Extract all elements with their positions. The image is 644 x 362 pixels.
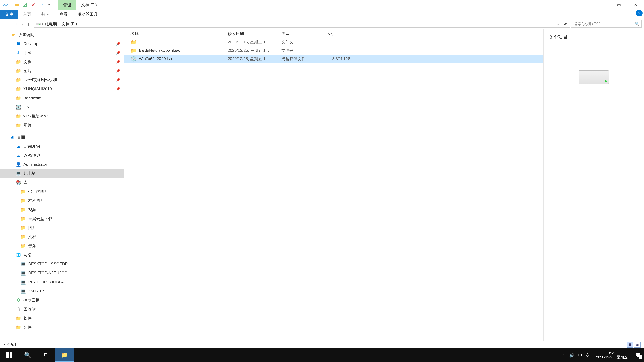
nav-item-downloads[interactable]: ⬇下载📌 bbox=[0, 48, 124, 57]
undo-icon[interactable] bbox=[38, 1, 44, 8]
breadcrumb-this-pc[interactable]: 此电脑 bbox=[45, 21, 57, 27]
refresh-icon[interactable]: ⟳ bbox=[562, 21, 568, 27]
chevron-right-icon[interactable]: › bbox=[42, 22, 43, 26]
taskbar-clock[interactable]: 16:32 2020/12/25, 星期五 bbox=[593, 351, 630, 360]
column-header-type[interactable]: 类型 bbox=[282, 31, 327, 36]
nav-item-administrator[interactable]: 👤Administrator bbox=[0, 160, 124, 169]
nav-item-libdocs[interactable]: 📁文档 bbox=[0, 232, 124, 241]
nav-label: 快速访问 bbox=[18, 32, 34, 37]
nav-item-software[interactable]: 📁软件 bbox=[0, 314, 124, 323]
folder-icon[interactable] bbox=[14, 1, 20, 8]
file-row[interactable]: 💿Win7x64_2020.iso 2020/12/25, 星期五 1... 光… bbox=[124, 55, 544, 63]
maximize-button[interactable]: ▭ bbox=[610, 0, 627, 10]
nav-item-onedrive[interactable]: ☁OneDrive bbox=[0, 142, 124, 151]
nav-quick-access[interactable]: ★ 快速访问 bbox=[0, 30, 124, 39]
nav-label: 回收站 bbox=[24, 307, 36, 312]
nav-label: 图片 bbox=[24, 122, 32, 128]
search-box[interactable]: 🔍 bbox=[571, 20, 642, 28]
file-row[interactable]: 📁1 2020/12/15, 星期二 1... 文件夹 bbox=[124, 38, 544, 46]
nav-item-videos[interactable]: 📁视频 bbox=[0, 205, 124, 214]
volume-icon[interactable]: 🔊 bbox=[569, 353, 574, 358]
nav-item-libraries[interactable]: 📚库 bbox=[0, 178, 124, 187]
nav-item-net-pc3[interactable]: 💻PC-20190530OBLA bbox=[0, 278, 124, 287]
help-icon[interactable]: ? bbox=[636, 10, 643, 16]
tray-overflow-icon[interactable]: ⌃ bbox=[562, 353, 566, 358]
folder-icon: 📁 bbox=[16, 77, 22, 83]
folder-icon: 📁 bbox=[20, 207, 26, 213]
nav-item-files[interactable]: 📁文件 bbox=[0, 323, 124, 332]
nav-item-bandicam[interactable]: 📁Bandicam bbox=[0, 93, 124, 103]
nav-item-gdrive[interactable]: 💽G:\ bbox=[0, 103, 124, 112]
nav-desktop-root[interactable]: 🖥桌面 bbox=[0, 133, 124, 142]
search-input[interactable] bbox=[574, 22, 635, 26]
nav-item-savedpics[interactable]: 📁保存的图片 bbox=[0, 187, 124, 196]
column-header-date[interactable]: 修改日期 bbox=[228, 31, 282, 36]
nav-item-wpscloud[interactable]: ☁WPS网盘 bbox=[0, 151, 124, 160]
files-container[interactable]: 📁1 2020/12/15, 星期二 1... 文件夹 📁BaiduNetdis… bbox=[124, 38, 544, 341]
chevron-right-icon[interactable]: › bbox=[79, 22, 80, 26]
taskbar-explorer-button[interactable]: 📁 bbox=[55, 348, 74, 362]
navigation-pane[interactable]: ★ 快速访问 🖥Desktop📌 ⬇下载📌 📁文档📌 📁图片📌 📁excel表格… bbox=[0, 29, 124, 341]
desktop-icon: 🖥 bbox=[9, 134, 15, 140]
column-header-size[interactable]: 大小 bbox=[327, 31, 354, 36]
svg-point-2 bbox=[39, 24, 40, 25]
nav-item-pictures2[interactable]: 📁图片 bbox=[0, 121, 124, 130]
nav-item-win7reinstall[interactable]: 📁win7重装win7 bbox=[0, 112, 124, 121]
details-pane: 3 个项目 bbox=[544, 29, 644, 341]
nav-back-button[interactable]: ← bbox=[2, 21, 11, 27]
action-center-button[interactable]: 💬3 bbox=[634, 351, 642, 360]
file-name: Win7x64_2020.iso bbox=[139, 56, 172, 61]
nav-label: Desktop bbox=[24, 41, 38, 46]
nav-item-cameraroll[interactable]: 📁本机照片 bbox=[0, 196, 124, 205]
close-button[interactable]: ✕ bbox=[627, 0, 644, 10]
nav-label: 软件 bbox=[24, 316, 32, 321]
file-row[interactable]: 📁BaiduNetdiskDownload 2020/12/25, 星期五 1.… bbox=[124, 46, 544, 55]
security-icon[interactable]: 🛡 bbox=[586, 353, 590, 358]
ribbon-tab-file[interactable]: 文件 bbox=[0, 10, 18, 18]
nav-item-network[interactable]: 🌐网络 bbox=[0, 250, 124, 259]
breadcrumb-current[interactable]: 文档 (E:) bbox=[62, 21, 77, 27]
nav-up-button[interactable]: ↑ bbox=[24, 21, 33, 27]
nav-item-libpics[interactable]: 📁图片 bbox=[0, 223, 124, 232]
minimize-button[interactable]: ― bbox=[594, 0, 610, 10]
view-details-button[interactable]: ☰ bbox=[626, 342, 633, 348]
window-controls: ― ▭ ✕ bbox=[594, 0, 644, 10]
expand-ribbon-icon[interactable]: ⌄ bbox=[628, 10, 636, 18]
nav-item-this-pc[interactable]: 💻此电脑 bbox=[0, 169, 124, 178]
nav-label: win7重装win7 bbox=[24, 113, 48, 119]
nav-item-control-panel[interactable]: ⚙控制面板 bbox=[0, 296, 124, 305]
file-type: 光盘映像文件 bbox=[282, 56, 327, 61]
customize-qat-dropdown-icon[interactable]: ▾ bbox=[46, 1, 52, 8]
nav-item-yunqishi[interactable]: 📁YUNQISHI2019📌 bbox=[0, 84, 124, 93]
nav-forward-button[interactable]: → bbox=[12, 21, 20, 27]
ribbon-tab-view[interactable]: 查看 bbox=[54, 10, 72, 18]
start-button[interactable] bbox=[0, 348, 18, 362]
nav-item-pictures[interactable]: 📁图片📌 bbox=[0, 66, 124, 75]
address-bar[interactable]: › 此电脑 › 文档 (E:) › ⌄ ⟳ bbox=[34, 20, 570, 28]
search-icon[interactable]: 🔍 bbox=[635, 22, 640, 26]
recent-locations-dropdown-icon[interactable]: ⌄ bbox=[21, 22, 23, 25]
taskbar-search-button[interactable]: 🔍 bbox=[18, 348, 37, 362]
ribbon-tab-drive-tools[interactable]: 驱动器工具 bbox=[72, 10, 103, 18]
nav-item-desktop[interactable]: 🖥Desktop📌 bbox=[0, 39, 124, 48]
nav-item-documents[interactable]: 📁文档📌 bbox=[0, 57, 124, 66]
nav-item-tianyi[interactable]: 📁天翼云盘下载 bbox=[0, 214, 124, 223]
nav-item-music[interactable]: 📁音乐 bbox=[0, 241, 124, 250]
nav-item-excel[interactable]: 📁excel表格制作求和📌 bbox=[0, 75, 124, 84]
nav-item-net-pc4[interactable]: 💻ZMT2019 bbox=[0, 287, 124, 296]
address-dropdown-icon[interactable]: ⌄ bbox=[555, 21, 561, 27]
nav-label: 此电脑 bbox=[24, 171, 36, 176]
delete-icon[interactable]: ✕ bbox=[30, 1, 36, 8]
ime-indicator[interactable]: 中 bbox=[578, 352, 582, 358]
ribbon-tab-home[interactable]: 主页 bbox=[18, 10, 36, 18]
nav-item-net-pc2[interactable]: 💻DESKTOP-NJEU3CG bbox=[0, 269, 124, 278]
nav-item-net-pc1[interactable]: 💻DESKTOP-LSSOEDP bbox=[0, 259, 124, 269]
properties-icon[interactable] bbox=[22, 1, 28, 8]
pc-icon: 💻 bbox=[20, 270, 26, 276]
column-header-name[interactable]: 名称 bbox=[130, 31, 228, 36]
ribbon-tab-share[interactable]: 共享 bbox=[36, 10, 54, 18]
nav-item-recycle-bin[interactable]: 🗑回收站 bbox=[0, 305, 124, 314]
chevron-right-icon[interactable]: › bbox=[59, 22, 60, 26]
view-large-icons-button[interactable]: ▦ bbox=[634, 342, 641, 348]
task-view-button[interactable]: ⧉ bbox=[37, 348, 55, 362]
